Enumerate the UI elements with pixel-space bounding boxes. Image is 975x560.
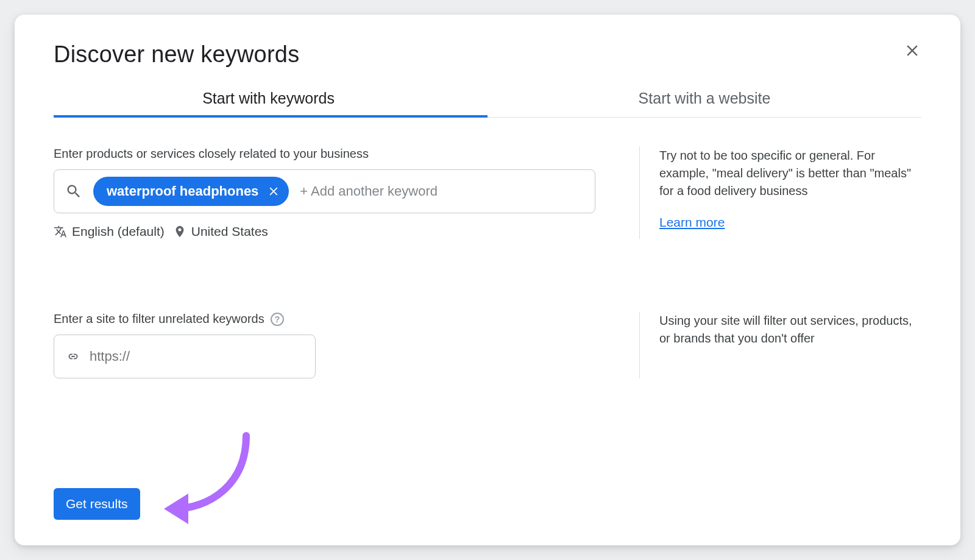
- add-keyword-placeholder[interactable]: + Add another keyword: [300, 183, 438, 199]
- site-filter-input[interactable]: [90, 349, 303, 364]
- location-label: United States: [191, 224, 268, 239]
- tab-label: Start with a website: [639, 90, 771, 107]
- tab-start-with-website[interactable]: Start with a website: [488, 90, 921, 117]
- language-selector[interactable]: English (default): [54, 224, 165, 239]
- chip-label: waterproof headphones: [107, 183, 258, 199]
- get-results-button[interactable]: Get results: [54, 488, 140, 520]
- keyword-discovery-dialog: Discover new keywords Start with keyword…: [15, 15, 960, 545]
- tab-bar: Start with keywords Start with a website: [54, 90, 921, 118]
- language-label: English (default): [72, 224, 165, 239]
- tab-start-with-keywords[interactable]: Start with keywords: [54, 90, 488, 117]
- location-selector[interactable]: United States: [173, 224, 268, 239]
- keywords-input-label: Enter products or services closely relat…: [54, 147, 595, 161]
- keywords-input[interactable]: waterproof headphones + Add another keyw…: [54, 169, 595, 213]
- chip-remove-icon[interactable]: [267, 185, 280, 198]
- annotation-arrow: [155, 430, 277, 527]
- close-icon: [903, 41, 921, 60]
- close-button[interactable]: [903, 41, 921, 60]
- section-divider: [639, 147, 640, 239]
- search-icon: [65, 183, 82, 200]
- site-input-label: Enter a site to filter unrelated keyword…: [54, 312, 595, 326]
- site-filter-input-wrap[interactable]: [54, 335, 316, 378]
- dialog-title: Discover new keywords: [54, 41, 299, 68]
- location-icon: [173, 225, 186, 238]
- keyword-chip[interactable]: waterproof headphones: [93, 177, 289, 206]
- tab-label: Start with keywords: [202, 90, 335, 107]
- keywords-tip-text: Try not to be too specific or general. F…: [659, 147, 921, 200]
- link-icon: [66, 350, 80, 363]
- site-tip-text: Using your site will filter out services…: [659, 312, 921, 347]
- learn-more-link[interactable]: Learn more: [659, 213, 725, 232]
- help-icon[interactable]: ?: [271, 313, 284, 326]
- translate-icon: [54, 225, 67, 238]
- section-divider: [639, 312, 640, 378]
